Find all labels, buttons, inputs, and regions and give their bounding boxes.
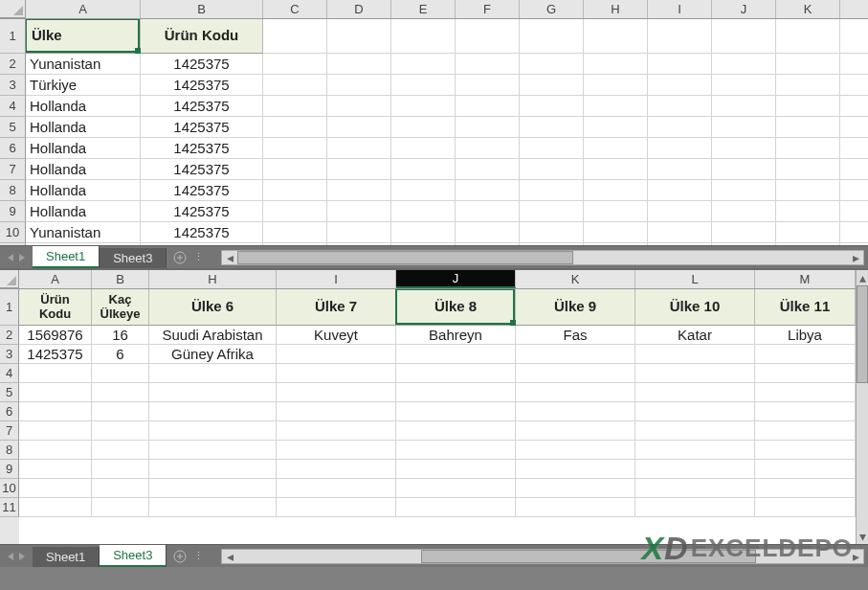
tab-prev-icon[interactable] xyxy=(8,254,13,261)
cell-H10[interactable] xyxy=(149,479,277,498)
cell-G7[interactable] xyxy=(520,159,584,180)
cell-G8[interactable] xyxy=(520,180,584,201)
cell-H6[interactable] xyxy=(149,402,277,421)
new-sheet-button[interactable] xyxy=(167,246,193,268)
cell-E1[interactable] xyxy=(391,19,456,54)
column-header-D[interactable]: D xyxy=(327,0,391,18)
sheet-tab-sheet3[interactable]: Sheet3 xyxy=(100,545,167,567)
cell-G9[interactable] xyxy=(520,201,584,222)
cell-D7[interactable] xyxy=(327,159,391,180)
cell-A8[interactable] xyxy=(19,441,92,460)
cell-K1[interactable] xyxy=(776,19,840,54)
cell-G5[interactable] xyxy=(520,117,584,138)
cell-I3[interactable] xyxy=(277,345,396,364)
cell-K2[interactable]: Fas xyxy=(516,326,635,345)
cell-L11[interactable] xyxy=(635,498,755,517)
cell-G10[interactable] xyxy=(520,222,584,243)
row-header-4[interactable]: 4 xyxy=(0,364,19,383)
cell-J8[interactable] xyxy=(396,441,516,460)
cell-C2[interactable] xyxy=(263,54,327,75)
cell-L4[interactable] xyxy=(840,96,868,117)
cell-K7[interactable] xyxy=(776,159,840,180)
cell-J5[interactable] xyxy=(712,117,776,138)
cell-H1[interactable] xyxy=(584,19,648,54)
cell-F3[interactable] xyxy=(456,75,520,96)
column-header-I[interactable]: I xyxy=(277,270,396,288)
cell-K10[interactable] xyxy=(516,479,635,498)
cell-A1[interactable]: Ürün Kodu xyxy=(19,289,92,326)
cell-I10[interactable] xyxy=(277,479,396,498)
row-header-8[interactable]: 8 xyxy=(0,441,19,460)
cell-L3[interactable] xyxy=(635,345,755,364)
cell-K10[interactable] xyxy=(776,222,840,243)
cell-F5[interactable] xyxy=(456,117,520,138)
cell-H5[interactable] xyxy=(149,383,277,402)
cell-I5[interactable] xyxy=(277,383,396,402)
new-sheet-button[interactable] xyxy=(167,545,193,567)
cell-B4[interactable] xyxy=(92,364,149,383)
cell-B8[interactable]: 1425375 xyxy=(141,180,263,201)
cell-J5[interactable] xyxy=(396,383,516,402)
pane-splitter-icon[interactable]: ⋮ xyxy=(193,550,206,562)
cell-K3[interactable] xyxy=(776,75,840,96)
cell-M2[interactable]: Libya xyxy=(755,326,856,345)
cell-H7[interactable] xyxy=(149,421,277,441)
cell-A3[interactable]: Türkiye xyxy=(26,75,141,96)
top-grid[interactable]: ÜlkeÜrün KoduYunanistan1425375Türkiye142… xyxy=(26,19,868,245)
cell-K9[interactable] xyxy=(516,460,635,479)
scroll-left-arrow-icon[interactable]: ◂ xyxy=(222,550,237,563)
cell-I9[interactable] xyxy=(277,460,396,479)
cell-D5[interactable] xyxy=(327,117,391,138)
cell-E9[interactable] xyxy=(391,201,456,222)
cell-B4[interactable]: 1425375 xyxy=(141,96,263,117)
cell-K5[interactable] xyxy=(776,117,840,138)
cell-E3[interactable] xyxy=(391,75,456,96)
cell-J4[interactable] xyxy=(396,364,516,383)
row-header-6[interactable]: 6 xyxy=(0,402,19,421)
cell-A3[interactable]: 1425375 xyxy=(19,345,92,364)
cell-C9[interactable] xyxy=(263,201,327,222)
cell-D1[interactable] xyxy=(327,19,391,54)
row-header-10[interactable]: 10 xyxy=(0,479,19,498)
cell-L10[interactable] xyxy=(840,222,868,243)
cell-A4[interactable]: Hollanda xyxy=(26,96,141,117)
row-header-5[interactable]: 5 xyxy=(0,117,26,138)
cell-K5[interactable] xyxy=(516,383,635,402)
cell-I6[interactable] xyxy=(648,138,712,159)
cell-J3[interactable] xyxy=(712,75,776,96)
row-header-3[interactable]: 3 xyxy=(0,75,26,96)
cell-I1[interactable] xyxy=(648,19,712,54)
scroll-thumb[interactable] xyxy=(237,251,573,264)
cell-H6[interactable] xyxy=(584,138,648,159)
cell-J2[interactable]: Bahreyn xyxy=(396,326,516,345)
cell-I1[interactable]: Ülke 7 xyxy=(277,289,396,326)
cell-M4[interactable] xyxy=(755,364,856,383)
cell-J7[interactable] xyxy=(396,421,516,441)
select-all-corner[interactable] xyxy=(0,0,26,18)
cell-I6[interactable] xyxy=(277,402,396,421)
cell-L10[interactable] xyxy=(635,479,755,498)
cell-J1[interactable] xyxy=(712,19,776,54)
cell-L4[interactable] xyxy=(635,364,755,383)
cell-H2[interactable]: Suudi Arabistan xyxy=(149,326,277,345)
cell-H11[interactable] xyxy=(149,498,277,517)
cell-E6[interactable] xyxy=(391,138,456,159)
cell-B7[interactable]: 1425375 xyxy=(141,159,263,180)
cell-H8[interactable] xyxy=(584,180,648,201)
cell-M9[interactable] xyxy=(755,460,856,479)
scroll-right-arrow-icon[interactable]: ▸ xyxy=(848,251,863,264)
cell-J3[interactable] xyxy=(396,345,516,364)
cell-B1[interactable]: Kaç Ülkeye xyxy=(92,289,149,326)
cell-E2[interactable] xyxy=(391,54,456,75)
cell-I8[interactable] xyxy=(277,441,396,460)
cell-L9[interactable] xyxy=(840,201,868,222)
row-header-11[interactable]: 11 xyxy=(0,498,19,517)
cell-L2[interactable]: Katar xyxy=(635,326,755,345)
cell-G6[interactable] xyxy=(520,138,584,159)
row-header-1[interactable]: 1 xyxy=(0,19,26,54)
row-header-7[interactable]: 7 xyxy=(0,159,26,180)
tab-nav[interactable] xyxy=(0,545,33,567)
pane-splitter-icon[interactable]: ⋮ xyxy=(193,251,206,263)
column-header-F[interactable]: F xyxy=(456,0,520,18)
cell-K6[interactable] xyxy=(516,402,635,421)
